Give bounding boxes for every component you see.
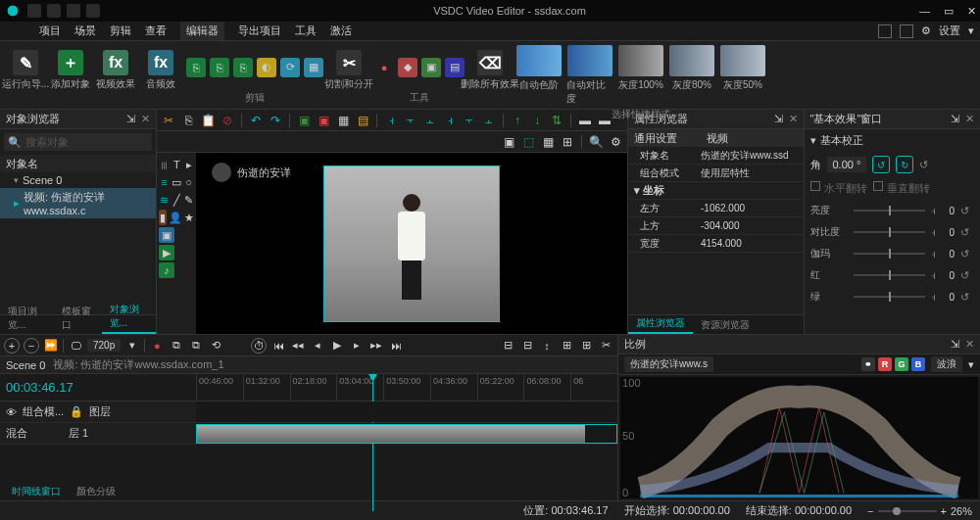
arrow-up-icon[interactable]: ↑ [510, 113, 525, 128]
scissors-icon[interactable]: ✂ [161, 113, 176, 128]
slider-track[interactable] [854, 296, 926, 298]
zoom-out-icon[interactable]: − [867, 505, 873, 517]
grid-icon[interactable] [900, 24, 913, 38]
layer-icon[interactable]: ▬ [597, 113, 612, 128]
tool-icon[interactable]: ▤ [355, 113, 370, 128]
pen-icon[interactable]: ✎ [183, 192, 194, 208]
delete-icon[interactable]: ⊘ [220, 113, 235, 128]
style-gray-80[interactable]: 灰度80% [668, 45, 715, 106]
reset-icon[interactable]: ↺ [960, 226, 974, 239]
chevron-down-icon[interactable]: ▾ [968, 358, 974, 371]
style-auto-levels[interactable]: 自动色阶 [515, 45, 563, 106]
eye-icon[interactable]: 👁 [6, 406, 17, 418]
tool-icon[interactable]: ▣ [316, 113, 331, 128]
tab-resources[interactable]: 资源浏览器 [693, 316, 758, 334]
gear-icon[interactable]: ⚙ [608, 134, 623, 150]
pin-icon[interactable]: ⇲ [951, 338, 959, 351]
close-icon[interactable]: ✕ [965, 113, 974, 125]
tab-template-window[interactable]: 模板窗口 [54, 303, 101, 334]
video-clip[interactable] [196, 424, 617, 444]
circle-icon[interactable]: ○ [183, 174, 194, 190]
line-icon[interactable]: ╱ [172, 192, 182, 208]
next-icon[interactable]: ▸ [349, 338, 365, 354]
tool-icon[interactable]: ⊟ [519, 338, 535, 354]
search-input[interactable]: 🔍 搜索对象 [4, 133, 152, 151]
close-icon[interactable]: ✕ [965, 338, 974, 351]
monitor-icon[interactable]: 🖵 [68, 338, 83, 354]
skip-start-icon[interactable]: ⏮ [270, 338, 286, 354]
tool-icon[interactable]: ▣ [296, 113, 312, 128]
remove-button[interactable]: − [24, 338, 39, 354]
crop-icon[interactable]: ▣ [501, 134, 516, 150]
close-button[interactable]: ✕ [967, 5, 976, 18]
pin-icon[interactable]: ⇲ [126, 113, 135, 125]
reset-icon[interactable]: ↺ [960, 269, 974, 282]
tool-icon[interactable]: ▦ [335, 113, 351, 128]
copy-icon[interactable]: ⎘ [180, 113, 196, 128]
reset-icon[interactable]: ↺ [960, 291, 974, 304]
scope-source[interactable]: 伤逝的安详www.s [624, 356, 713, 372]
menu-export[interactable]: 导出项目 [238, 24, 281, 38]
qat-icon[interactable] [47, 4, 61, 18]
timeline-track[interactable]: 混合层 1 [0, 423, 617, 445]
pointer-icon[interactable]: ▸ [184, 157, 195, 172]
angle-input[interactable]: 0.00 ° [827, 157, 867, 172]
tool-icon[interactable]: ⊞ [578, 338, 594, 354]
scope-g-button[interactable]: G [895, 357, 908, 371]
marker-icon[interactable]: ⧉ [188, 338, 204, 354]
tool-icon[interactable]: ⊞ [559, 338, 574, 354]
minimize-button[interactable]: — [919, 5, 930, 18]
tool-icon[interactable]: ⊟ [500, 338, 515, 354]
add-object-button[interactable]: ＋ 添加对象 [51, 45, 90, 96]
chevron-down-icon[interactable]: ▾ [968, 24, 974, 37]
person-icon[interactable]: 👤 [169, 210, 182, 225]
arrows-icon[interactable]: ⇅ [549, 113, 564, 128]
align-icon[interactable]: ⫟ [403, 113, 418, 128]
reset-icon[interactable]: ↺ [960, 248, 974, 260]
close-icon[interactable]: ✕ [141, 113, 150, 125]
edit-icon[interactable]: ▦ [304, 58, 323, 77]
slider-handle[interactable]: ⫞ [931, 205, 937, 216]
reset-icon[interactable]: ↺ [919, 159, 928, 171]
style-gray-100[interactable]: 灰度100% [617, 45, 664, 106]
zoom-control[interactable]: − + 26% [867, 505, 972, 517]
list-icon[interactable]: ≡ [159, 174, 170, 190]
slider-handle[interactable]: ⫞ [931, 248, 937, 260]
speed-icon[interactable]: ⏩ [43, 338, 59, 354]
tool-icon[interactable]: ▤ [445, 58, 465, 77]
run-wizard-button[interactable]: ✎ 运行向导... [6, 45, 45, 96]
grid-icon[interactable]: ▦ [540, 134, 556, 150]
style-gray-50[interactable]: 灰度50% [719, 45, 766, 106]
paste-icon[interactable]: 📋 [200, 113, 216, 128]
slider-track[interactable] [854, 274, 926, 276]
rotate-ccw-icon[interactable]: ↺ [872, 156, 890, 173]
tree-scene[interactable]: ▾ Scene 0 [0, 172, 156, 188]
scope-mode-select[interactable]: 波浪 [931, 356, 962, 372]
layout-icon[interactable] [878, 24, 892, 38]
arrow-down-icon[interactable]: ↓ [529, 113, 545, 128]
layer-icon[interactable]: ▬ [577, 113, 593, 128]
align-icon[interactable]: ⫟ [462, 113, 477, 128]
scene-label[interactable]: Scene 0 [6, 359, 45, 371]
chevron-down-icon[interactable]: ▾ [124, 338, 140, 354]
pin-icon[interactable]: ⇲ [951, 113, 959, 125]
settings-label[interactable]: 设置 [939, 24, 960, 38]
slider-handle[interactable]: ⫞ [931, 269, 937, 281]
rect-icon[interactable]: ▭ [172, 174, 182, 190]
star-icon[interactable]: ★ [184, 210, 194, 225]
qat-icon[interactable] [86, 4, 100, 18]
reset-icon[interactable]: ↺ [960, 205, 974, 217]
chevron-down-icon[interactable]: ▾ [810, 134, 816, 147]
close-icon[interactable]: ✕ [789, 113, 798, 125]
lock-icon[interactable]: 🔒 [70, 405, 83, 418]
redo-icon[interactable]: ↷ [268, 113, 283, 128]
text-icon[interactable]: T [172, 157, 182, 172]
scope-b-button[interactable]: B [911, 357, 925, 371]
slider-track[interactable] [854, 210, 926, 212]
maximize-button[interactable]: ▭ [944, 5, 954, 18]
vflip-checkbox[interactable]: 垂直翻转 [873, 181, 930, 196]
pin-icon[interactable]: ⇲ [774, 113, 783, 125]
menu-project[interactable]: 项目 [39, 24, 61, 38]
video-icon[interactable]: ▶ [159, 245, 174, 260]
undo-icon[interactable]: ↶ [248, 113, 264, 128]
